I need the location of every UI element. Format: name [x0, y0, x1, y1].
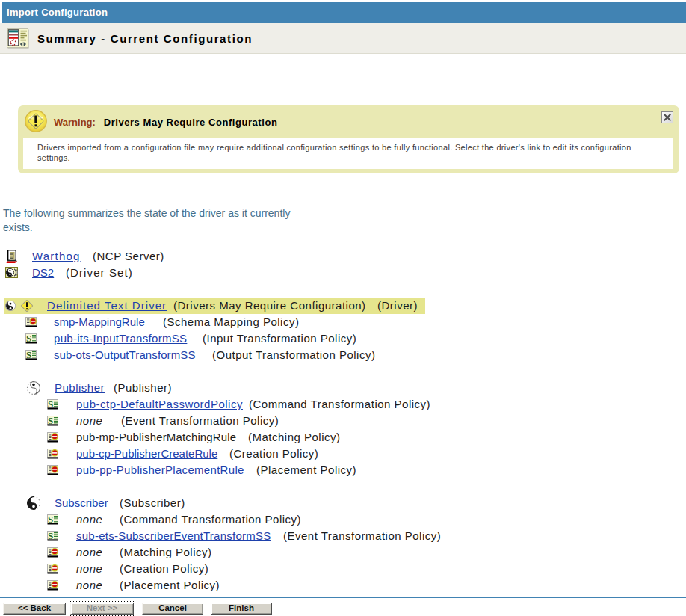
svg-text:S: S	[26, 333, 32, 344]
svg-text:S: S	[48, 399, 54, 410]
svg-text:S: S	[48, 514, 54, 525]
svg-text:S: S	[48, 531, 54, 541]
svg-text:S: S	[48, 416, 54, 426]
svg-text:S: S	[26, 350, 32, 360]
